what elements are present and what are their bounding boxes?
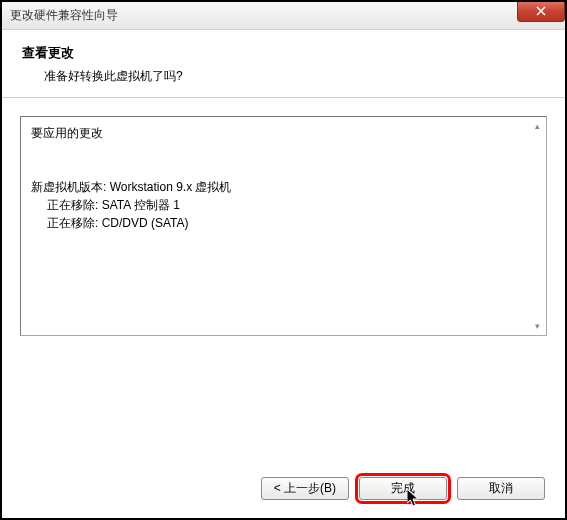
close-icon [536, 6, 546, 16]
page-subtitle: 准备好转换此虚拟机了吗? [22, 68, 545, 85]
content-area: 要应用的更改 新虚拟机版本: Workstation 9.x 虚拟机 正在移除:… [2, 98, 565, 461]
wizard-dialog: 更改硬件兼容性向导 查看更改 准备好转换此虚拟机了吗? 要应用的更改 新虚拟机版… [2, 2, 565, 518]
change-line-remove-sata: 正在移除: SATA 控制器 1 [31, 196, 536, 214]
cancel-button[interactable]: 取消 [457, 477, 545, 500]
scroll-up-icon[interactable]: ▴ [530, 119, 544, 133]
back-button[interactable]: < 上一步(B) [261, 477, 349, 500]
change-line-version: 新虚拟机版本: Workstation 9.x 虚拟机 [31, 178, 536, 196]
changes-list: 新虚拟机版本: Workstation 9.x 虚拟机 正在移除: SATA 控… [31, 178, 536, 232]
button-bar: < 上一步(B) 完成 取消 [2, 461, 565, 518]
finish-button[interactable]: 完成 [359, 477, 447, 500]
close-button[interactable] [517, 0, 565, 22]
scroll-down-icon[interactable]: ▾ [530, 319, 544, 333]
changes-panel: 要应用的更改 新虚拟机版本: Workstation 9.x 虚拟机 正在移除:… [20, 116, 547, 336]
header-section: 查看更改 准备好转换此虚拟机了吗? [2, 30, 565, 98]
change-line-remove-cddvd: 正在移除: CD/DVD (SATA) [31, 214, 536, 232]
titlebar-text: 更改硬件兼容性向导 [10, 7, 118, 24]
titlebar: 更改硬件兼容性向导 [2, 2, 565, 30]
scrollbar[interactable]: ▴ ▾ [530, 119, 544, 333]
changes-label: 要应用的更改 [31, 125, 536, 142]
page-title: 查看更改 [22, 44, 545, 62]
